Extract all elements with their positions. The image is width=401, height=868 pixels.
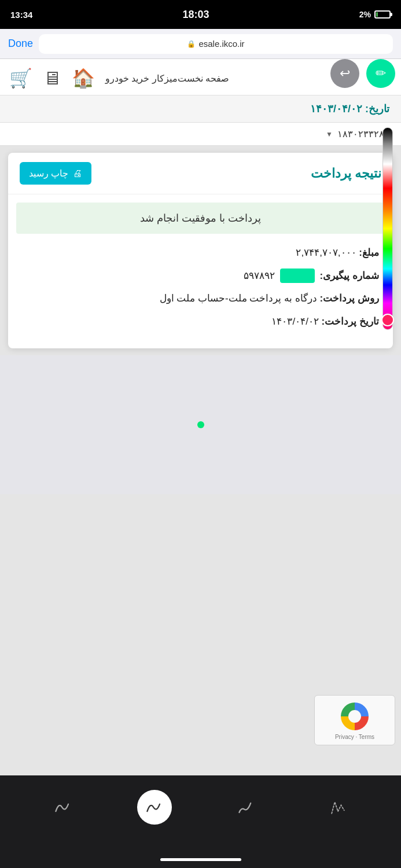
id-value: ۱۸۳۰۲۳۳۲۸۹ (337, 128, 389, 139)
edit-button[interactable]: ✏ (366, 59, 395, 88)
sig-svg-1 (53, 797, 73, 818)
battery-pct-label: 2% (359, 10, 371, 19)
amount-label: مبلغ: (359, 247, 379, 258)
home-indicator (160, 858, 241, 861)
card-title: نتیجه پرداخت (311, 166, 381, 181)
toolbar-overlay: ↩ ✏ (330, 59, 395, 88)
payment-card: نتیجه پرداخت 🖨 چاپ رسید پرداخت با موفقیت… (8, 153, 393, 348)
cart-icon: 🛒 (9, 67, 32, 89)
status-right: 2% (359, 10, 391, 19)
sig-icon-4[interactable] (321, 790, 355, 825)
sig-icon-3[interactable] (229, 790, 264, 825)
print-button[interactable]: 🖨 چاپ رسید (20, 162, 91, 185)
date-label: تاریخ: ۱۴۰۳/۰۴/۰۲ (310, 103, 389, 115)
tracking-value: ۵۹۷۸۹۲ (244, 270, 275, 281)
date-bar: تاریخ: ۱۴۰۳/۰۴/۰۲ (0, 95, 401, 123)
payment-date-row: تاریخ پرداخت: ۱۴۰۳/۰۴/۰۲ (22, 314, 379, 329)
color-picker-handle[interactable] (381, 314, 394, 326)
sig-icon-2[interactable] (137, 790, 172, 825)
back-button[interactable]: ↩ (330, 59, 359, 88)
browser-bar: Done 🔒 esale.ikco.ir (0, 29, 401, 59)
payment-date-value: ۱۴۰۳/۰۴/۰۲ (271, 316, 318, 327)
amount-value: ۲,۷۴۴,۷۰۷,۰۰۰ (296, 247, 356, 258)
recaptcha-logo (341, 703, 369, 730)
status-bar: 13:34 18:03 2% (0, 0, 401, 29)
id-bar: ۱۸۳۰۲۳۳۲۸۹ ▼ (0, 123, 401, 146)
card-header: نتیجه پرداخت 🖨 چاپ رسید (8, 153, 393, 194)
payment-details: مبلغ: ۲,۷۴۴,۷۰۷,۰۰۰ شماره پیگیری: ████ ۵… (8, 234, 393, 348)
lock-icon: 🔒 (187, 40, 196, 48)
battery-icon (374, 10, 391, 19)
gray-area (0, 355, 401, 494)
method-row: روش پرداخت: درگاه به پرداخت ملت-حساب ملت… (22, 291, 379, 306)
success-message: پرداخت با موفقیت انجام شد (140, 212, 261, 224)
url-text: esale.ikco.ir (198, 39, 244, 49)
desk-icon: 🖥 (43, 68, 61, 89)
sig-icon-1[interactable] (46, 790, 80, 825)
recaptcha-text: Privacy · Terms (321, 734, 389, 740)
success-banner: پرداخت با موفقیت انجام شد (16, 203, 385, 234)
tracking-label: شماره پیگیری: (320, 270, 379, 281)
amount-row: مبلغ: ۲,۷۴۴,۷۰۷,۰۰۰ (22, 245, 379, 260)
sig-svg-3 (236, 797, 257, 818)
sig-svg-4 (328, 797, 348, 818)
edit-icon: ✏ (376, 66, 386, 81)
url-bar[interactable]: 🔒 esale.ikco.ir (39, 34, 393, 54)
green-dot (197, 421, 204, 428)
print-label: چاپ رسید (29, 168, 68, 179)
tracking-hidden: ████ (280, 269, 315, 284)
status-time-center: 18:03 (183, 9, 209, 21)
status-time-left: 13:34 (10, 10, 32, 20)
sig-svg-2 (144, 797, 165, 818)
recaptcha-box: Privacy · Terms (314, 695, 395, 745)
payment-date-label: تاریخ پرداخت: (322, 316, 379, 327)
recaptcha-logo-area (321, 703, 389, 730)
battery-fill (376, 12, 378, 17)
method-label: روش پرداخت: (320, 293, 379, 304)
done-button[interactable]: Done (8, 38, 33, 50)
sig-toolbar (0, 778, 401, 836)
id-dropdown-icon: ▼ (326, 130, 333, 138)
tracking-row: شماره پیگیری: ████ ۵۹۷۸۹۲ (22, 269, 379, 284)
color-picker-strip[interactable] (382, 127, 393, 330)
back-icon: ↩ (340, 66, 350, 81)
method-value: درگاه به پرداخت ملت-حساب ملت اول (160, 293, 317, 304)
recaptcha-logo-inner (348, 710, 361, 723)
printer-icon: 🖨 (73, 168, 82, 179)
home-icon: 🏠 (72, 67, 95, 89)
site-header-title: صفحه نخست‌میزکار خرید خودرو (105, 73, 229, 84)
